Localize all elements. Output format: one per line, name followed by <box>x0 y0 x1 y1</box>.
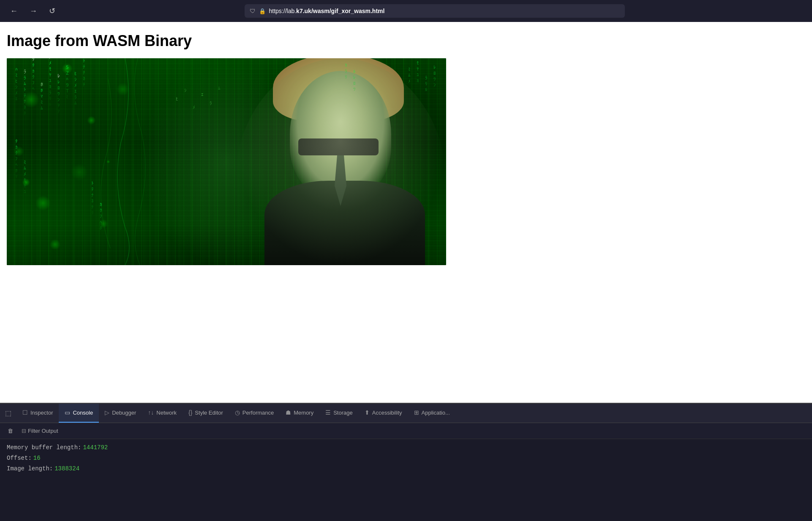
tab-style-editor-label: Style Editor <box>195 410 223 416</box>
svg-text:ｱ: ｱ <box>57 109 60 114</box>
svg-text:ﾎ: ﾎ <box>41 81 43 87</box>
svg-text:ﾄ: ﾄ <box>91 181 94 186</box>
tab-inspector[interactable]: ☐ Inspector <box>16 404 59 423</box>
devtools-pick-button[interactable]: ⬚ <box>2 409 15 417</box>
offset-value: 16 <box>33 453 41 464</box>
svg-text:5: 5 <box>66 65 69 70</box>
svg-text:ﾔ: ﾔ <box>417 66 419 72</box>
clear-console-button[interactable]: 🗑 <box>5 427 16 435</box>
tab-storage-label: Storage <box>333 410 353 416</box>
svg-text:ﾗ: ﾗ <box>210 100 212 106</box>
svg-text:ﾋ: ﾋ <box>176 96 178 102</box>
svg-text:ﾐ: ﾐ <box>41 100 43 105</box>
svg-text:ﾗ: ﾗ <box>74 95 77 100</box>
svg-text:ﾜ: ﾜ <box>353 87 356 92</box>
svg-text:ｴ: ｴ <box>201 92 204 98</box>
svg-text:ﾊ: ﾊ <box>66 76 68 82</box>
tab-application[interactable]: ⊞ Applicatio... <box>408 404 456 423</box>
svg-text:ﾀ: ﾀ <box>91 210 94 216</box>
svg-text:ﾚ: ﾚ <box>433 65 436 70</box>
trash-icon: 🗑 <box>8 428 13 434</box>
svg-text:ﾑ: ﾑ <box>24 166 26 171</box>
back-button[interactable]: ← <box>7 5 21 17</box>
svg-text:ﾕ: ﾕ <box>24 189 26 195</box>
tab-performance-label: Performance <box>243 410 274 416</box>
svg-text:ﾁ: ﾁ <box>83 82 85 87</box>
shield-icon: 🛡 <box>250 8 256 14</box>
svg-text:ﾛ: ﾛ <box>353 81 356 86</box>
application-icon: ⊞ <box>414 409 419 416</box>
svg-text:ﾜ: ﾜ <box>57 91 60 97</box>
svg-text:ﾗ: ﾗ <box>345 68 347 74</box>
address-bar[interactable]: 🛡 🔒 https://lab.k7.uk/wasm/gif_xor_wasm.… <box>245 4 625 18</box>
svg-text:ﾑ: ﾑ <box>74 100 77 106</box>
tab-network[interactable]: ↑↓ Network <box>142 404 183 423</box>
svg-text:ｸ: ｸ <box>32 74 35 80</box>
svg-text:ﾗ: ﾗ <box>24 69 26 75</box>
svg-text:ﾎ: ﾎ <box>41 88 43 93</box>
forward-button[interactable]: → <box>26 5 41 17</box>
svg-text:ｸ: ｸ <box>100 208 102 213</box>
svg-text:ﾓ: ﾓ <box>49 66 52 72</box>
svg-text:ﾒ: ﾒ <box>193 105 195 110</box>
svg-text:ｶ: ｶ <box>15 144 18 150</box>
svg-text:ﾙ: ﾙ <box>425 87 428 92</box>
svg-text:ﾝ: ﾝ <box>57 97 60 103</box>
svg-text:ﾏ: ﾏ <box>15 174 18 179</box>
console-line-1: Memory buffer length: 1441792 <box>7 442 805 453</box>
tab-debugger[interactable]: ▷ Debugger <box>99 404 142 423</box>
tab-style-editor[interactable]: {} Style Editor <box>183 404 229 423</box>
svg-text:ﾜ: ﾜ <box>433 76 436 82</box>
svg-text:ﾅ: ﾅ <box>91 193 94 198</box>
svg-text:ﾀ: ﾀ <box>15 138 18 144</box>
performance-icon: ◷ <box>235 409 240 416</box>
svg-text:ﾒ: ﾒ <box>24 171 26 177</box>
storage-icon: ☰ <box>325 409 331 416</box>
tab-performance[interactable]: ◷ Performance <box>229 404 280 423</box>
svg-text:ﾒ: ﾒ <box>49 60 52 66</box>
svg-text:ｶ: ｶ <box>32 68 35 74</box>
svg-text:ﾖ: ﾖ <box>417 78 419 84</box>
svg-text:ﾕ: ﾕ <box>49 78 52 84</box>
svg-text:ﾙ: ﾙ <box>49 102 52 107</box>
reload-button[interactable]: ↺ <box>46 5 59 17</box>
tab-memory[interactable]: ☗ Memory <box>280 404 319 423</box>
svg-text:ﾋ: ﾋ <box>74 71 77 76</box>
tab-inspector-label: Inspector <box>30 410 53 416</box>
svg-text:ﾗ: ﾗ <box>24 75 26 81</box>
svg-text:9: 9 <box>66 82 69 88</box>
svg-text:ﾑ: ﾑ <box>218 86 221 91</box>
svg-text:ﾈ: ﾈ <box>83 76 85 81</box>
console-toolbar: 🗑 ⊟ Filter Output <box>0 423 812 439</box>
svg-text:ﾖ: ﾖ <box>345 62 347 68</box>
filter-output-label: Filter Output <box>28 428 58 434</box>
svg-text:ﾈ: ﾈ <box>24 105 26 110</box>
svg-text:ﾀ: ﾀ <box>32 62 35 68</box>
svg-text:ﾑ: ﾑ <box>24 81 26 87</box>
tab-console[interactable]: ▭ Console <box>59 404 99 423</box>
tab-application-label: Applicatio... <box>422 410 450 416</box>
svg-text:ﾑ: ﾑ <box>408 73 411 78</box>
svg-text:ﾛ: ﾛ <box>433 71 436 76</box>
svg-text:ﾃ: ﾃ <box>83 64 85 70</box>
svg-text:ﾊ: ﾊ <box>15 67 18 72</box>
svg-text:ﾒ: ﾒ <box>49 58 52 60</box>
tab-storage[interactable]: ☰ Storage <box>319 404 359 423</box>
svg-text:ﾕ: ﾕ <box>417 72 419 78</box>
svg-text:ﾒ: ﾒ <box>408 79 411 84</box>
svg-text:ﾘ: ﾘ <box>345 74 347 80</box>
svg-text:ｼ: ｼ <box>15 84 18 90</box>
svg-text:ﾁ: ﾁ <box>24 111 26 116</box>
svg-text:ｼ: ｼ <box>184 88 187 93</box>
filter-button[interactable]: ⊟ Filter Output <box>19 427 61 435</box>
svg-text:ﾋ: ﾋ <box>15 79 18 84</box>
debugger-icon: ▷ <box>105 409 109 416</box>
devtools-panel: ⬚ ☐ Inspector ▭ Console ▷ Debugger ↑↓ Ne… <box>0 403 812 521</box>
tab-accessibility[interactable]: ⬆ Accessibility <box>359 404 408 423</box>
network-icon: ↑↓ <box>148 409 154 416</box>
svg-text:ﾒ: ﾒ <box>74 83 77 88</box>
svg-text:ﾝ: ﾝ <box>433 82 436 88</box>
svg-text:ﾗ: ﾗ <box>425 75 428 81</box>
svg-text:ﾅ: ﾅ <box>83 70 85 76</box>
svg-text:ﾚ: ﾚ <box>353 75 356 80</box>
